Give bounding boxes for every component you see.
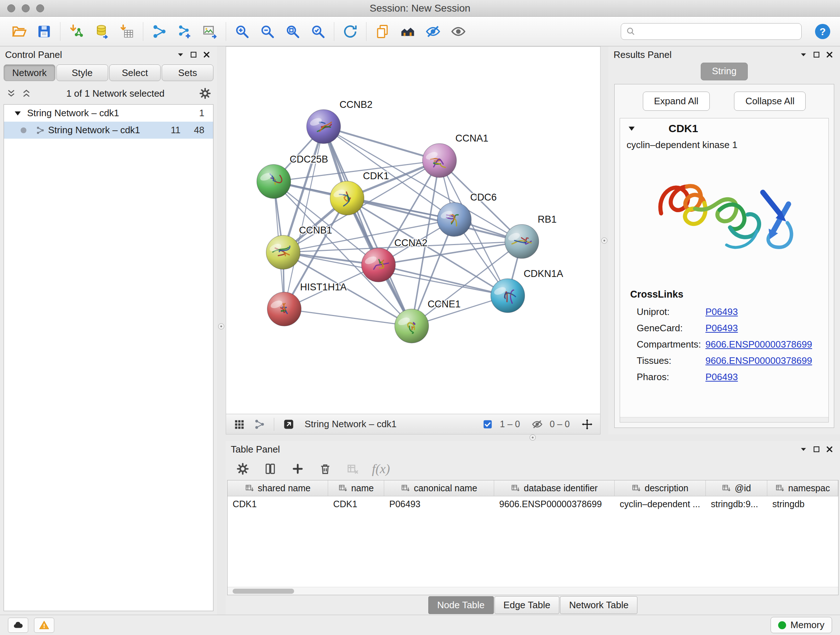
open-session-button[interactable] [8,21,30,42]
crosslink-link[interactable]: 9606.ENSP00000378699 [706,339,812,350]
import-network-file-button[interactable] [65,21,87,42]
control-panel-menu-button[interactable] [175,49,186,60]
network-node-CCNB2[interactable]: CCNB2 [307,99,373,144]
tab-string[interactable]: String [701,63,748,80]
network-node-HIST1H1A[interactable]: HIST1H1A [267,282,347,326]
table-cell[interactable]: CDK1 [328,496,384,511]
help-button[interactable]: ? [813,22,832,41]
column-header-database-identifier[interactable]: database identifier [494,480,615,496]
table-cell[interactable]: stringdb [767,496,838,511]
network-collection-row[interactable]: String Network – cdk1 1 [4,105,213,122]
selected-nodes-button[interactable] [480,416,496,432]
table-cell[interactable]: CDK1 [227,496,328,511]
add-column-button[interactable] [289,461,306,477]
network-graph[interactable]: CCNB2CCNA1CDC25BCDK1CDC6RB1CCNB1CCNA2CDK… [226,47,600,414]
collapse-all-button[interactable] [5,87,17,100]
tab-sets[interactable]: Sets [162,65,213,81]
left-vertical-splitter[interactable] [217,46,226,615]
network-canvas[interactable]: CCNB2CCNA1CDC25BCDK1CDC6RB1CCNB1CCNA2CDK… [226,47,600,414]
hide-selected-button[interactable] [422,21,444,42]
table-panel-close-button[interactable] [824,444,835,455]
column-header-name[interactable]: name [328,480,384,496]
tab-edge-table[interactable]: Edge Table [494,596,560,614]
save-session-button[interactable] [33,21,55,42]
table-panel-float-button[interactable] [811,444,822,455]
table-panel-menu-button[interactable] [798,444,809,455]
warnings-button[interactable] [34,618,54,633]
zoom-out-button[interactable] [256,21,278,42]
export-image-button[interactable] [199,21,221,42]
column-header-shared-name[interactable]: shared name [227,480,328,496]
right-splitter-handle[interactable] [601,238,607,244]
memory-button[interactable]: Memory [771,617,832,633]
results-scrollbar[interactable] [620,417,829,422]
expand-all-button[interactable] [20,87,33,100]
network-overview-button[interactable] [251,416,267,432]
zoom-in-button[interactable] [231,21,253,42]
tab-style[interactable]: Style [57,65,108,81]
grid-view-button[interactable] [231,416,247,432]
tab-select[interactable]: Select [109,65,161,81]
refresh-layout-button[interactable] [339,21,361,42]
close-window-button[interactable] [7,4,15,12]
tab-node-table[interactable]: Node Table [428,596,494,614]
column-header--id[interactable]: @id [706,480,767,496]
horizontal-splitter[interactable] [226,434,840,441]
delete-column-button[interactable] [317,461,333,477]
expand-all-results-button[interactable]: Expand All [643,92,710,111]
function-builder-button[interactable]: f(x) [372,461,390,477]
import-table-file-button[interactable] [116,21,138,42]
tab-network[interactable]: Network [4,65,55,81]
cloud-status-button[interactable] [8,618,28,633]
scrollbar-thumb[interactable] [233,589,294,594]
clone-network-button[interactable] [174,21,195,42]
control-panel-float-button[interactable] [188,49,199,60]
hidden-elements-button[interactable] [529,416,545,432]
table-cell[interactable]: stringdb:9... [706,496,767,511]
pan-mode-button[interactable] [579,416,595,432]
tab-network-table[interactable]: Network Table [560,596,638,614]
table-horizontal-scrollbar[interactable] [227,587,838,595]
table-row[interactable]: CDK1CDK1P064939606.ENSP00000378699cyclin… [227,496,838,511]
detach-view-button[interactable] [281,416,297,432]
zoom-selected-button[interactable] [307,21,329,42]
network-row-selected[interactable]: String Network – cdk1 11 48 [4,122,213,139]
network-node-RB1[interactable]: RB1 [505,214,557,258]
houses-button[interactable] [397,21,418,42]
results-panel-float-button[interactable] [811,49,822,60]
show-columns-button[interactable] [262,461,279,477]
column-header-description[interactable]: description [615,480,706,496]
control-panel-close-button[interactable] [201,49,212,60]
new-network-button[interactable] [148,21,170,42]
column-header-canonical-name[interactable]: canonical name [384,480,494,496]
show-all-button[interactable] [447,21,469,42]
clear-table-button[interactable] [344,461,361,477]
copy-document-button[interactable] [371,21,393,42]
right-vertical-splitter[interactable] [600,46,608,434]
crosslink-link[interactable]: P06493 [706,371,738,383]
section-collapse-icon[interactable] [627,124,636,133]
results-panel-close-button[interactable] [824,49,835,60]
horizontal-splitter-handle[interactable] [530,434,536,440]
table-cell[interactable]: P06493 [384,496,494,511]
column-header-namespac[interactable]: namespac [767,480,838,496]
search-input[interactable] [621,23,802,40]
tree-collapse-icon[interactable] [13,109,22,118]
network-node-CCNB1[interactable]: CCNB1 [266,225,332,269]
results-panel-menu-button[interactable] [798,49,809,60]
table-settings-button[interactable] [234,461,251,477]
crosslink-link[interactable]: P06493 [706,323,738,334]
crosslink-link[interactable]: 9606.ENSP00000378699 [706,355,812,366]
crosslink-link[interactable]: P06493 [706,306,738,318]
zoom-fit-button[interactable] [282,21,303,42]
import-network-database-button[interactable] [91,21,112,42]
network-node-CCNE1[interactable]: CCNE1 [395,299,461,343]
minimize-window-button[interactable] [22,4,30,12]
network-node-CCNA1[interactable]: CCNA1 [423,133,488,177]
network-options-button[interactable] [198,87,212,100]
collapse-all-results-button[interactable]: Collapse All [734,92,806,111]
left-splitter-handle[interactable] [218,323,224,329]
table-cell[interactable]: cyclin–dependent ... [615,496,706,511]
table-cell[interactable]: 9606.ENSP00000378699 [494,496,615,511]
zoom-window-button[interactable] [36,4,44,12]
